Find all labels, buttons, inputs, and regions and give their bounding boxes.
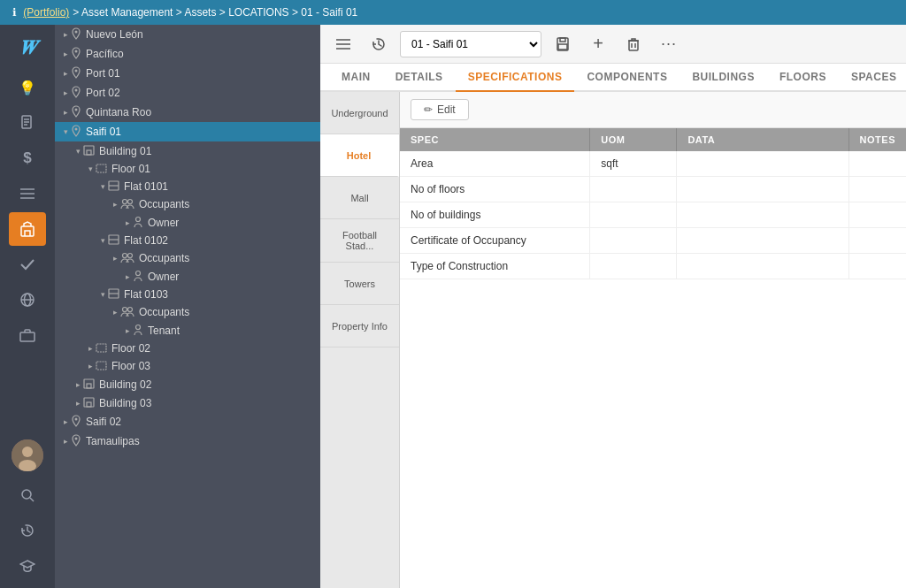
nav-icon-graduation[interactable] — [9, 549, 46, 583]
expand-arrow[interactable]: ▸ — [60, 417, 71, 426]
spec-cell-spec: No of buildings — [400, 202, 590, 228]
tree-item-port-02[interactable]: ▸Port 02 — [55, 83, 320, 103]
spec-cell-uom: sqft — [590, 151, 677, 177]
tree-item-pacifico[interactable]: ▸Pacífico — [55, 44, 320, 64]
vtab-football-stad[interactable]: Football Stad... — [320, 219, 399, 263]
nav-icon-history[interactable] — [9, 514, 46, 547]
expand-arrow[interactable]: ▸ — [73, 399, 83, 408]
avatar[interactable] — [12, 439, 43, 471]
tab-buildings[interactable]: BUILDINGS — [680, 64, 767, 92]
expand-arrow[interactable]: ▾ — [97, 182, 108, 191]
tree-item-building-02[interactable]: ▸Building 02 — [55, 375, 320, 393]
tree-item-label: Flat 0102 — [124, 234, 320, 247]
expand-arrow[interactable]: ▸ — [73, 380, 83, 389]
tab-spaces[interactable]: SPACES — [839, 64, 906, 92]
expand-arrow[interactable]: ▸ — [85, 344, 96, 353]
spec-cell-spec: Area — [400, 151, 590, 177]
tree-item-floor-03[interactable]: ▸Floor 03 — [55, 357, 320, 375]
expand-arrow[interactable]: ▸ — [110, 200, 120, 209]
expand-arrow[interactable]: ▸ — [60, 437, 71, 446]
expand-arrow[interactable]: ▸ — [60, 108, 71, 117]
tree-item-building-03[interactable]: ▸Building 03 — [55, 393, 320, 412]
tree-item-tenant-3[interactable]: ▸Tenant — [55, 321, 320, 340]
building-icon — [83, 144, 95, 157]
expand-arrow[interactable]: ▸ — [60, 69, 71, 78]
expand-arrow[interactable]: ▸ — [110, 308, 120, 317]
nav-icon-lightning[interactable]: 💡 — [9, 71, 46, 104]
tree-item-label: Owner — [148, 217, 320, 229]
tree-item-building-01[interactable]: ▾Building 01 — [55, 141, 320, 160]
delete-button[interactable] — [619, 30, 648, 58]
nav-icon-briefcase[interactable] — [9, 318, 46, 352]
expand-arrow[interactable]: ▸ — [60, 88, 71, 97]
tree-item-saifi-01[interactable]: ▾Saifi 01 — [55, 122, 320, 141]
list-view-button[interactable] — [329, 30, 357, 58]
tree-item-port-01[interactable]: ▸Port 01 — [55, 64, 320, 83]
spec-cell-uom — [590, 228, 677, 254]
tree-item-tamaulipas[interactable]: ▸Tamaulipas — [55, 431, 320, 451]
col-header-data: DATA — [677, 128, 848, 151]
expand-arrow[interactable]: ▾ — [97, 236, 108, 245]
vtab-hotel[interactable]: Hotel — [320, 134, 399, 177]
tab-bar: MAIN DETAILS SPECIFICATIONS COMPONENTS B… — [320, 64, 906, 92]
nav-icon-globe[interactable] — [9, 283, 46, 317]
tree-item-owner-2[interactable]: ▸Owner — [55, 267, 320, 286]
tree-item-flat-0101[interactable]: ▾Flat 0101 — [55, 178, 320, 195]
svg-point-48 — [75, 418, 78, 421]
tree-item-quintana-roo[interactable]: ▸Quintana Roo — [55, 103, 320, 122]
tree-item-label: Port 01 — [86, 67, 320, 80]
vtab-property-info[interactable]: Property Info — [320, 305, 399, 347]
nav-icon-building[interactable] — [9, 212, 46, 246]
tree-item-label: Owner — [148, 271, 320, 283]
tab-details[interactable]: DETAILS — [383, 64, 456, 92]
expand-arrow[interactable]: ▸ — [60, 50, 71, 58]
spec-cell-data — [677, 202, 848, 228]
svg-rect-11 — [20, 332, 35, 341]
tab-main[interactable]: MAIN — [329, 64, 383, 92]
tree-item-occupants-3[interactable]: ▸Occupants — [55, 303, 320, 321]
history-button[interactable] — [365, 30, 393, 58]
save-button[interactable] — [549, 30, 577, 58]
tree-item-floor-02[interactable]: ▸Floor 02 — [55, 340, 320, 357]
expand-arrow[interactable]: ▸ — [122, 218, 133, 227]
expand-arrow[interactable]: ▸ — [122, 272, 133, 281]
nav-icon-checkmark[interactable] — [9, 248, 46, 281]
expand-arrow[interactable]: ▸ — [85, 362, 96, 370]
tree-item-flat-0103[interactable]: ▾Flat 0103 — [55, 286, 320, 303]
vtab-mall[interactable]: Mall — [320, 177, 399, 219]
portfolio-link[interactable]: (Portfolio) — [23, 6, 69, 19]
expand-arrow[interactable]: ▾ — [73, 147, 83, 156]
expand-arrow[interactable]: ▾ — [60, 127, 71, 136]
tab-floors[interactable]: FLOORS — [767, 64, 839, 92]
more-button[interactable]: ··· — [655, 30, 683, 58]
tab-components[interactable]: COMPONENTS — [574, 64, 680, 92]
nav-icon-search[interactable] — [9, 478, 46, 512]
tree-item-owner-1[interactable]: ▸Owner — [55, 213, 320, 232]
expand-arrow[interactable]: ▸ — [122, 326, 133, 335]
expand-arrow[interactable]: ▸ — [110, 254, 120, 263]
icon-sidebar: 𝑾 💡 $ — [0, 25, 55, 588]
nav-icon-document[interactable] — [9, 106, 46, 140]
tree-item-occupants-2[interactable]: ▸Occupants — [55, 249, 320, 267]
tree-item-saifi-02[interactable]: ▸Saifi 02 — [55, 412, 320, 431]
tree-item-nuevo-leon[interactable]: ▸Nuevo León — [55, 25, 320, 44]
expand-arrow[interactable]: ▾ — [85, 164, 96, 173]
vtab-underground[interactable]: Underground — [320, 92, 399, 134]
pin-icon — [71, 27, 81, 42]
spec-cell-spec: Certificate of Occupancy — [400, 228, 590, 254]
w-logo-icon: 𝑾 — [19, 36, 36, 59]
tree-item-floor-01[interactable]: ▾Floor 01 — [55, 160, 320, 178]
tab-specifications[interactable]: SPECIFICATIONS — [456, 64, 575, 92]
tree-item-occupants-1[interactable]: ▸Occupants — [55, 195, 320, 213]
expand-arrow[interactable]: ▸ — [60, 30, 71, 39]
add-button[interactable]: + — [584, 30, 612, 58]
nav-icon-list[interactable] — [9, 177, 46, 210]
tree-item-flat-0102[interactable]: ▾Flat 0102 — [55, 232, 320, 249]
tree-item-label: Pacífico — [86, 48, 320, 60]
vtab-towers[interactable]: Towers — [320, 263, 399, 305]
nav-icon-dollar[interactable]: $ — [9, 141, 46, 175]
spec-cell-notes — [848, 177, 906, 202]
expand-arrow[interactable]: ▾ — [97, 290, 108, 299]
location-dropdown[interactable]: 01 - Saifi 01 — [400, 31, 541, 57]
edit-button[interactable]: ✏ ✏ Edit Edit — [411, 99, 469, 120]
